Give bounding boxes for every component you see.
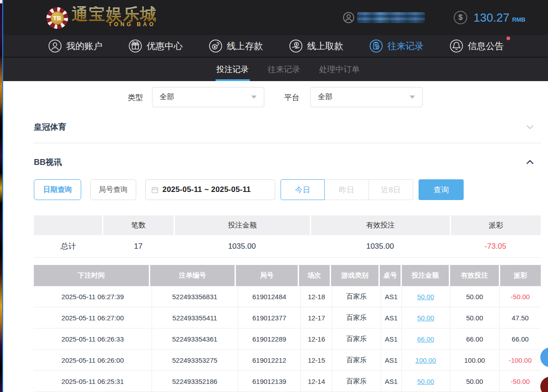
date-query-button[interactable]: 日期查询 (34, 179, 81, 200)
bet-amount-link[interactable]: 100.00 (415, 356, 436, 364)
col-table-no: 桌号 (380, 265, 400, 286)
table-cell: -50.00 (499, 286, 541, 307)
nav-announcements[interactable]: 信息公告 (450, 39, 504, 53)
date-range-input[interactable]: 2025-05-11 ~ 2025-05-11 (145, 179, 275, 200)
withdraw-icon (289, 39, 303, 53)
bet-amount-link[interactable]: 66.00 (417, 335, 434, 343)
nav-label: 我的账户 (66, 40, 102, 52)
user-icon (343, 12, 355, 23)
nav-label: 信息公告 (468, 40, 504, 52)
table-cell: 100.00 (450, 350, 499, 370)
nav-promotions[interactable]: 优惠中心 (129, 39, 183, 53)
balance-currency: RMB (512, 16, 525, 23)
table-cell: 50.00 (450, 286, 499, 307)
summary-total-label: 总计 (34, 235, 103, 257)
query-controls: 日期查询 局号查询 2025-05-11 ~ 2025-05-11 今日 昨日 … (3, 179, 548, 201)
nav-my-account[interactable]: 我的账户 (48, 39, 102, 53)
table-cell: 百家乐 (332, 286, 381, 307)
account-icon (48, 39, 62, 53)
table-cell: 百家乐 (332, 350, 381, 370)
table-cell: AS1 (381, 307, 401, 328)
table-cell: 50.00 (450, 371, 499, 392)
balance-display[interactable]: $ 130.27 RMB (454, 11, 525, 25)
search-button[interactable]: 查询 (419, 179, 464, 200)
bet-amount-link[interactable]: 50.00 (417, 314, 434, 322)
nav-withdraw[interactable]: 线上取款 (289, 39, 343, 53)
round-query-button[interactable]: 局号查询 (90, 179, 136, 200)
col-session: 场次 (299, 265, 330, 286)
bet-amount-link[interactable]: 50.00 (417, 293, 434, 301)
bet-table-body: 2025-05-11 06:27:39522493356831619012484… (34, 286, 541, 392)
nav-transaction-records[interactable]: 往来记录 (369, 39, 424, 53)
caret-down-icon (410, 96, 415, 99)
table-row: 2025-05-11 06:27:00522493355411619012377… (34, 307, 541, 328)
table-cell: 12-17 (300, 307, 332, 328)
brand-logo[interactable]: TB 通宝娱乐城 TONG BAO (46, 6, 157, 29)
filter-row: 类型 全部 平台 全部 (3, 87, 548, 108)
col-bet-amount: 投注金额 (402, 265, 449, 286)
tab-transaction-records[interactable]: 往来记录 (267, 58, 301, 81)
type-filter-label: 类型 (128, 87, 143, 108)
summary-header: 笔数 投注金额 有效投注 派彩 (34, 215, 541, 235)
today-button[interactable]: 今日 (281, 179, 325, 200)
table-cell: 619012212 (238, 350, 300, 370)
top-header: TB 通宝娱乐城 TONG BAO $ 130.27 RMB (3, 0, 548, 35)
last8days-button[interactable]: 近8日 (369, 179, 413, 200)
tab-bet-records[interactable]: 投注记录 (216, 58, 250, 81)
col-payout: 派彩 (500, 265, 541, 286)
chevron-up-icon (525, 158, 534, 167)
col-order-id: 注单编号 (150, 265, 235, 286)
summary-bet-value: 1035.00 (174, 235, 310, 257)
platform-select[interactable]: 全部 (310, 87, 423, 107)
table-cell: 百家乐 (332, 307, 381, 328)
table-cell: 66.00 (450, 328, 499, 349)
table-cell: AS1 (381, 350, 401, 370)
table-cell: 2025-05-11 06:27:39 (34, 286, 152, 307)
tab-pending-orders[interactable]: 处理中订单 (318, 58, 361, 81)
brand-text: 通宝娱乐城 TONG BAO (72, 6, 157, 27)
table-cell: 522493354361 (152, 328, 238, 349)
caret-down-icon (251, 96, 257, 99)
table-cell: 12-18 (300, 286, 332, 307)
type-select[interactable]: 全部 (152, 87, 264, 107)
main-nav: 我的账户 优惠中心 线上存款 (3, 35, 548, 58)
nav-label: 优惠中心 (147, 40, 183, 52)
summary-col-valid: 有效投注 (311, 215, 450, 235)
table-cell: 百家乐 (332, 328, 381, 349)
username-redacted[interactable] (357, 12, 425, 23)
section-crown-sports[interactable]: 皇冠体育 (34, 116, 541, 137)
table-cell: 66.00 (499, 328, 541, 349)
table-cell: AS1 (381, 328, 401, 349)
platform-filter-label: 平台 (284, 87, 299, 108)
yesterday-button[interactable]: 昨日 (325, 179, 369, 200)
background-page-sliver (0, 0, 3, 392)
section-title: 皇冠体育 (34, 122, 66, 132)
nav-label: 往来记录 (387, 40, 424, 52)
page: TB 通宝娱乐城 TONG BAO $ 130.27 RMB (0, 0, 548, 392)
chevron-down-icon (525, 123, 534, 132)
table-cell: 522493356831 (152, 286, 238, 307)
table-cell: -100.00 (499, 350, 541, 370)
table-cell: 2025-05-11 06:26:33 (34, 328, 152, 349)
table-cell: 50.00 (401, 307, 450, 328)
record-tabs: 投注记录 往来记录 处理中订单 (3, 58, 548, 81)
table-cell: 百家乐 (332, 371, 381, 392)
table-cell: 522493353275 (152, 350, 238, 370)
summary-table: 笔数 投注金额 有效投注 派彩 总计 17 1035.00 1035.00 -7… (34, 215, 541, 258)
bet-amount-link[interactable]: 50.00 (417, 378, 434, 385)
nav-deposit[interactable]: 线上存款 (209, 39, 263, 53)
bell-icon (450, 39, 463, 53)
section-bb-video[interactable]: BB视讯 (34, 151, 541, 173)
col-round-id: 局号 (236, 265, 297, 286)
table-row: 2025-05-11 06:26:33522493354361619012289… (34, 328, 541, 350)
notification-dot (507, 36, 510, 40)
table-cell: 50.00 (401, 371, 450, 392)
summary-col-bet: 投注金额 (175, 215, 310, 235)
gift-icon (129, 39, 142, 53)
col-game-type: 游戏类别 (331, 265, 379, 286)
content: 类型 全部 平台 全部 皇冠体育 BB视讯 (3, 81, 548, 392)
table-row: 2025-05-11 06:26:00522493353275619012212… (34, 350, 541, 371)
table-cell: 50.00 (401, 286, 450, 307)
table-cell: 619012484 (238, 286, 300, 307)
table-cell: 2025-05-11 06:25:31 (34, 371, 152, 392)
